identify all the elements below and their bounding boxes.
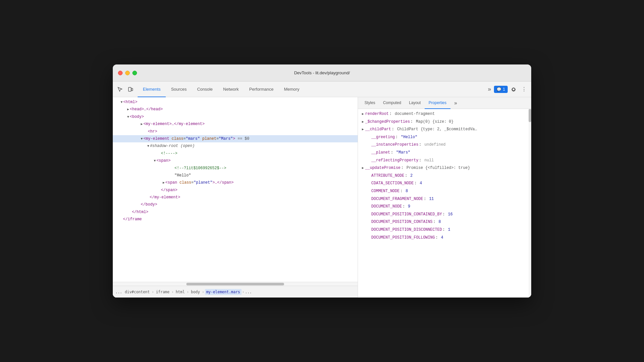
- scrollbar-thumb[interactable]: [529, 109, 531, 122]
- tab-performance[interactable]: Performance: [244, 81, 279, 97]
- triangle-icon[interactable]: ▼: [127, 115, 129, 119]
- tab-console[interactable]: Console: [192, 81, 218, 97]
- inspect-element-button[interactable]: [115, 85, 125, 94]
- prop-comment-node[interactable]: COMMENT_NODE: 8: [358, 188, 531, 195]
- triangle-icon[interactable]: ▼: [141, 137, 143, 141]
- dom-node-hr[interactable]: <hr>: [113, 128, 358, 135]
- breadcrumb: ... div#content › iframe › html › body ›…: [113, 286, 358, 298]
- svg-rect-1: [131, 88, 133, 91]
- triangle-icon[interactable]: ▶: [141, 122, 143, 126]
- dom-node-html-close[interactable]: </html>: [113, 208, 358, 216]
- dom-node-iframe-close[interactable]: </iframe: [113, 216, 358, 223]
- prop-update-promise[interactable]: ▶__updatePromise: Promise {<fulfilled>: …: [358, 164, 531, 172]
- expand-icon[interactable]: ▶: [362, 119, 364, 125]
- breadcrumb-item-html[interactable]: html: [174, 289, 186, 295]
- close-button[interactable]: [118, 71, 123, 75]
- prop-cdata-section-node[interactable]: CDATA_SECTION_NODE: 4: [358, 180, 531, 188]
- traffic-lights: [118, 71, 137, 75]
- tab-elements[interactable]: Elements: [138, 81, 166, 97]
- tab-sources[interactable]: Sources: [166, 81, 192, 97]
- prop-doc-position-disconnected[interactable]: DOCUMENT_POSITION_DISCONNECTED: 1: [358, 226, 531, 234]
- breadcrumb-item-div[interactable]: div#content: [124, 289, 151, 295]
- panel-tabs: Styles Computed Layout Properties »: [358, 97, 531, 109]
- browser-window: DevTools - lit.dev/playground/ E: [113, 64, 531, 298]
- dom-node-html[interactable]: ▼<html>: [113, 99, 358, 106]
- more-options-button[interactable]: ⋮: [519, 85, 529, 94]
- svg-rect-0: [128, 87, 131, 91]
- prop-reflecting-property[interactable]: __reflectingProperty: null: [358, 157, 531, 165]
- dom-node-my-element-1[interactable]: ▶<my-element>…</my-element>: [113, 120, 358, 128]
- properties-panel: Styles Computed Layout Properties » ▶ren…: [358, 97, 531, 298]
- scrollbar-track[interactable]: [529, 109, 531, 298]
- expand-icon[interactable]: ▶: [362, 165, 364, 171]
- tab-icons: [115, 85, 135, 94]
- device-toggle-button[interactable]: [126, 85, 135, 94]
- window-title: DevTools - lit.dev/playground/: [294, 70, 350, 75]
- devtools: Elements Sources Console Network Perform…: [113, 81, 531, 298]
- prop-render-root[interactable]: ▶renderRoot: document-fragment: [358, 110, 531, 118]
- dom-node-my-element-close[interactable]: </my-element>: [113, 194, 358, 201]
- panel-tabs-more-button[interactable]: »: [452, 99, 460, 107]
- prop-attribute-node[interactable]: ATTRIBUTE_NODE: 2: [358, 172, 531, 180]
- titlebar: DevTools - lit.dev/playground/: [113, 64, 531, 81]
- panel-tab-properties[interactable]: Properties: [425, 97, 450, 109]
- triangle-icon[interactable]: ▶: [127, 108, 129, 111]
- issues-badge-button[interactable]: 💬 1: [494, 86, 508, 93]
- tabs-right-actions: 💬 1 ⋮: [494, 85, 529, 94]
- dom-node-my-element-selected[interactable]: ▼<my-element class="mars" planet="Mars">…: [113, 135, 358, 142]
- tab-network[interactable]: Network: [218, 81, 244, 97]
- prop-changed-props[interactable]: ▶_$changedProperties: Map(0) {size: 0}: [358, 118, 531, 126]
- prop-doc-position-contained-by[interactable]: DOCUMENT_POSITION_CONTAINED_BY: 16: [358, 211, 531, 219]
- triangle-icon[interactable]: ▼: [147, 144, 149, 148]
- panel-tab-styles[interactable]: Styles: [361, 97, 379, 109]
- dom-node-span-close[interactable]: </span>: [113, 187, 358, 194]
- dom-node-lit-comment[interactable]: <!--?lit$106992652$-->: [113, 165, 358, 172]
- panel-tab-layout[interactable]: Layout: [405, 97, 425, 109]
- prop-child-part[interactable]: ▶__childPart: ChildPart {type: 2, _$comm…: [358, 126, 531, 134]
- main-tabs: Elements Sources Console Network Perform…: [138, 81, 483, 97]
- prop-planet[interactable]: __planet: "Mars": [358, 149, 531, 157]
- tabs-more-button[interactable]: »: [485, 85, 494, 94]
- triangle-icon[interactable]: ▶: [163, 181, 165, 185]
- dom-node-span[interactable]: ▼<span>: [113, 157, 358, 164]
- panel-tab-computed[interactable]: Computed: [379, 97, 405, 109]
- breadcrumb-more-end[interactable]: ...: [245, 290, 252, 294]
- prop-document-node[interactable]: DOCUMENT_NODE: 9: [358, 203, 531, 211]
- prop-document-fragment-node[interactable]: DOCUMENT_FRAGMENT_NODE: 11: [358, 195, 531, 203]
- expand-icon[interactable]: ▶: [362, 127, 364, 133]
- dom-node-comment-1[interactable]: <!---->: [113, 150, 358, 157]
- dom-node-head[interactable]: ▶<head>…</head>: [113, 106, 358, 113]
- expand-icon[interactable]: ▶: [362, 111, 364, 117]
- dom-node-body[interactable]: ▼<body>: [113, 113, 358, 120]
- dom-tree[interactable]: ▼<html> ▶<head>…</head> ▼<body> ▶<my-ele…: [113, 97, 358, 282]
- breadcrumb-item-iframe[interactable]: iframe: [155, 289, 171, 295]
- dom-node-hello-text[interactable]: "Hello": [113, 172, 358, 179]
- maximize-button[interactable]: [132, 71, 137, 75]
- scrollbar-thumb[interactable]: [186, 283, 284, 285]
- minimize-button[interactable]: [125, 71, 130, 75]
- breadcrumb-more[interactable]: ...: [115, 290, 122, 294]
- properties-content[interactable]: ▶renderRoot: document-fragment ▶_$change…: [358, 109, 531, 298]
- prop-instance-properties[interactable]: __instanceProperties: undefined: [358, 141, 531, 149]
- main-content: ▼<html> ▶<head>…</head> ▼<body> ▶<my-ele…: [113, 97, 531, 298]
- elements-panel: ▼<html> ▶<head>…</head> ▼<body> ▶<my-ele…: [113, 97, 358, 298]
- badge-icon: 💬: [497, 87, 501, 92]
- settings-button[interactable]: [509, 85, 518, 94]
- tab-memory[interactable]: Memory: [279, 81, 305, 97]
- triangle-icon[interactable]: ▼: [154, 159, 156, 163]
- horizontal-scrollbar[interactable]: [113, 282, 358, 286]
- prop-doc-position-contains[interactable]: DOCUMENT_POSITION_CONTAINS: 8: [358, 218, 531, 226]
- badge-count: 1: [503, 87, 505, 92]
- dom-node-shadow-root[interactable]: ▼#shadow-root (open): [113, 142, 358, 150]
- dom-node-span-planet[interactable]: ▶<span class="planet">…</span>: [113, 179, 358, 186]
- dom-node-body-close[interactable]: </body>: [113, 201, 358, 208]
- breadcrumb-item-my-element[interactable]: my-element.mars: [205, 289, 242, 295]
- tabs-bar: Elements Sources Console Network Perform…: [113, 81, 531, 97]
- triangle-icon[interactable]: ▼: [121, 100, 123, 104]
- breadcrumb-item-body[interactable]: body: [190, 289, 201, 295]
- prop-doc-position-following[interactable]: DOCUMENT_POSITION_FOLLOWING: 4: [358, 234, 531, 242]
- prop-greeting[interactable]: __greeting: "Hello": [358, 134, 531, 141]
